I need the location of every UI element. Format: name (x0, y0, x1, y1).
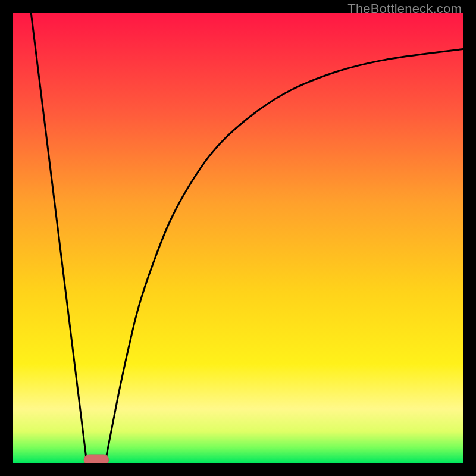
chart-background-gradient (13, 13, 463, 463)
chart-frame: TheBottleneck.com (0, 0, 476, 476)
chart-svg (13, 13, 463, 463)
chart-plot-area (13, 13, 463, 463)
watermark-text: TheBottleneck.com (347, 1, 462, 17)
bottom-marker (84, 455, 109, 463)
